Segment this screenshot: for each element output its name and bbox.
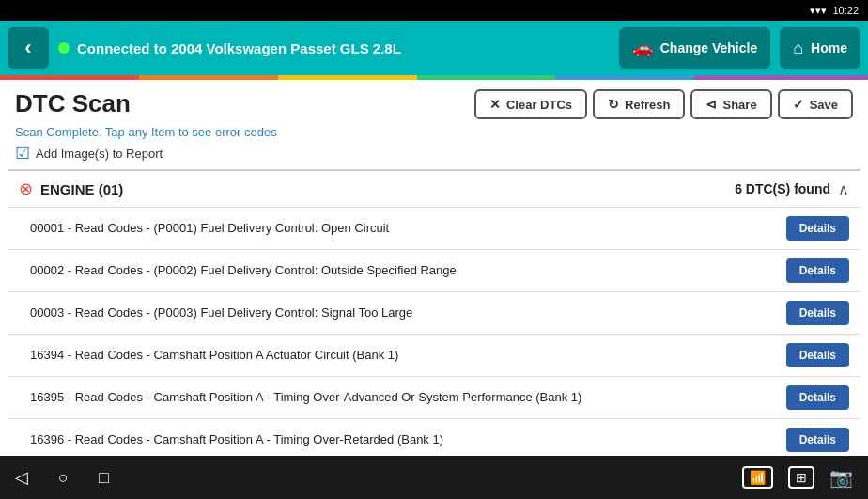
dtc-table: ⊗ ENGINE (01) 6 DTC(S) found ∧ 00001 - R… <box>8 169 860 456</box>
status-bar: ▾▾▾ 10:22 <box>0 0 868 21</box>
dtc-description: 00003 - Read Codes - (P0003) Fuel Delive… <box>30 304 786 321</box>
details-button[interactable]: Details <box>786 301 849 325</box>
wifi-icon: 📶 <box>750 470 766 485</box>
save-label: Save <box>810 98 838 112</box>
wifi-box: 📶 <box>742 466 773 489</box>
refresh-button[interactable]: ↻ Refresh <box>593 89 685 119</box>
save-icon: ✓ <box>793 97 804 112</box>
scan-status-text: Scan Complete. Tap any Item to see error… <box>15 125 853 139</box>
dtc-row: 00001 - Read Codes - (P0001) Fuel Delive… <box>8 208 860 250</box>
details-button[interactable]: Details <box>786 385 849 410</box>
back-button[interactable]: ‹ <box>8 27 49 69</box>
dtc-rows-container: 00001 - Read Codes - (P0001) Fuel Delive… <box>8 208 860 456</box>
share-label: Share <box>722 98 756 112</box>
clear-dtcs-button[interactable]: ✕ Clear DTCs <box>474 89 587 119</box>
engine-left: ⊗ ENGINE (01) <box>19 179 123 199</box>
home-label: Home <box>811 40 847 55</box>
add-image-label: Add Image(s) to Report <box>36 147 163 161</box>
dtc-count: 6 DTC(S) found <box>735 181 830 196</box>
home-button[interactable]: ⌂ Home <box>780 27 860 69</box>
error-icon: ⊗ <box>19 179 33 199</box>
camera-nav-button[interactable]: 📷 <box>829 466 853 489</box>
checkbox-icon: ☑ <box>15 143 30 164</box>
refresh-icon: ↻ <box>608 97 619 112</box>
back-nav-icon[interactable]: ◁ <box>15 467 28 488</box>
home-icon: ⌂ <box>793 39 803 58</box>
engine-right: 6 DTC(S) found ∧ <box>735 180 849 198</box>
scan-nav-button[interactable]: ⊞ <box>788 466 814 489</box>
dtc-description: 00001 - Read Codes - (P0001) Fuel Delive… <box>30 220 786 237</box>
home-nav-icon[interactable]: ○ <box>58 468 69 488</box>
dtc-row: 00002 - Read Codes - (P0002) Fuel Delive… <box>8 250 860 292</box>
refresh-label: Refresh <box>625 98 670 112</box>
details-button[interactable]: Details <box>786 428 849 452</box>
dtc-row: 00003 - Read Codes - (P0003) Fuel Delive… <box>8 292 860 335</box>
top-nav: ‹ Connected to 2004 Volkswagen Passet GL… <box>0 21 868 75</box>
engine-label: ENGINE (01) <box>40 181 123 197</box>
dtc-description: 16394 - Read Codes - Camshaft Position A… <box>30 347 786 364</box>
bottom-nav: ◁ ○ □ 📶 ⊞ 📷 <box>0 456 868 499</box>
connection-status-dot <box>58 42 70 54</box>
x-icon: ✕ <box>489 97 501 112</box>
bottom-nav-right: 📶 ⊞ 📷 <box>742 466 853 489</box>
scan-icon: ⊞ <box>796 470 807 485</box>
connection-text: Connected to 2004 Volkswagen Passet GLS … <box>77 40 401 56</box>
chevron-up-icon: ∧ <box>838 180 849 198</box>
dtc-row: 16396 - Read Codes - Camshaft Position A… <box>8 419 860 456</box>
status-icons: ▾▾▾ 10:22 <box>810 5 859 17</box>
clear-label: Clear DTCs <box>506 98 572 112</box>
time-display: 10:22 <box>832 5 859 16</box>
recent-nav-icon[interactable]: □ <box>99 468 109 488</box>
page-title: DTC Scan <box>15 89 131 118</box>
dtc-description: 16395 - Read Codes - Camshaft Position A… <box>30 389 786 406</box>
share-icon: ⊲ <box>705 97 717 112</box>
details-button[interactable]: Details <box>786 343 849 367</box>
dtc-description: 00002 - Read Codes - (P0002) Fuel Delive… <box>30 262 786 279</box>
share-button[interactable]: ⊲ Share <box>690 89 771 119</box>
scan-box: ⊞ <box>788 466 814 489</box>
dtc-description: 16396 - Read Codes - Camshaft Position A… <box>30 431 786 448</box>
details-button[interactable]: Details <box>786 216 849 241</box>
engine-section-header[interactable]: ⊗ ENGINE (01) 6 DTC(S) found ∧ <box>8 171 860 208</box>
car-icon: 🚗 <box>632 38 653 58</box>
save-button[interactable]: ✓ Save <box>778 89 853 119</box>
dtc-row: 16395 - Read Codes - Camshaft Position A… <box>8 377 860 419</box>
wifi-nav-button[interactable]: 📶 <box>742 466 773 489</box>
camera-icon: 📷 <box>829 466 853 489</box>
add-image-row[interactable]: ☑ Add Image(s) to Report <box>15 143 853 164</box>
main-content: DTC Scan ✕ Clear DTCs ↻ Refresh ⊲ Share … <box>0 80 868 456</box>
bottom-nav-left: ◁ ○ □ <box>15 467 109 488</box>
details-button[interactable]: Details <box>786 258 849 283</box>
content-header: DTC Scan ✕ Clear DTCs ↻ Refresh ⊲ Share … <box>0 80 868 125</box>
change-vehicle-button[interactable]: 🚗 Change Vehicle <box>619 27 770 69</box>
change-vehicle-label: Change Vehicle <box>660 40 757 55</box>
action-buttons: ✕ Clear DTCs ↻ Refresh ⊲ Share ✓ Save <box>474 89 853 119</box>
signal-icon: ▾▾▾ <box>810 5 827 17</box>
back-arrow-icon: ‹ <box>24 38 31 58</box>
connection-info: Connected to 2004 Volkswagen Passet GLS … <box>58 40 610 56</box>
dtc-row: 16394 - Read Codes - Camshaft Position A… <box>8 335 860 377</box>
sub-header: Scan Complete. Tap any Item to see error… <box>0 125 868 169</box>
